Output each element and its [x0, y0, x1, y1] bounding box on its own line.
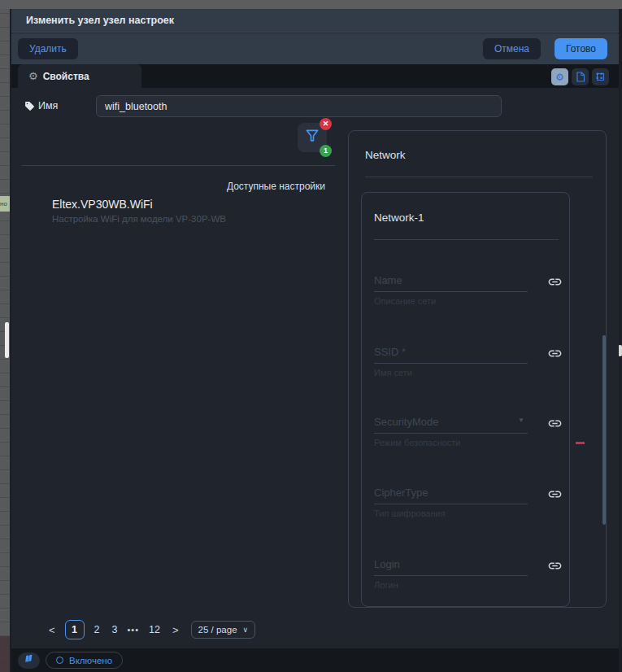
name-input[interactable] [96, 95, 502, 117]
tab-actions: ⚙ [551, 68, 609, 85]
chevron-down-icon: ▼ [518, 417, 524, 424]
name-setting-input[interactable]: Name [374, 273, 528, 292]
field-hint: Тип шифрования [374, 508, 569, 518]
network-panel-divider [365, 177, 593, 177]
pagination-prev[interactable]: < [46, 624, 58, 636]
chain-link-icon[interactable] [547, 487, 563, 503]
list-divider [22, 165, 335, 166]
document-icon [576, 72, 585, 82]
chain-link-icon[interactable] [547, 416, 563, 432]
modal-header: Изменить узел узел настроек [11, 9, 619, 33]
pagination-page-3[interactable]: 3 [110, 624, 120, 635]
pink-marker [576, 442, 585, 444]
field-ssid: SSID * Имя сети [374, 344, 569, 377]
tab-bar: ⚙ Свойства ⚙ [11, 64, 619, 88]
pagination-page-1[interactable]: 1 [65, 620, 85, 639]
list-item[interactable]: Eltex.VP30WB.WiFi Настройка WiFi для мод… [52, 198, 328, 224]
network-1-divider [374, 239, 559, 240]
field-label: SSID * [374, 346, 406, 358]
filter-button[interactable]: ✕ 1 [298, 123, 327, 152]
status-bar: Включено [11, 648, 619, 672]
filter-count-badge: 1 [320, 145, 332, 157]
circle-icon [56, 657, 63, 664]
frame-view-button[interactable] [592, 68, 609, 85]
funnel-icon [304, 128, 320, 147]
pagination-page-12[interactable]: 12 [146, 624, 163, 635]
modal-body: Имя ✕ 1 Доступные настройки Eltex.VP30WB… [11, 88, 619, 648]
list-item-title: Eltex.VP30WB.WiFi [52, 198, 328, 211]
pagination-next[interactable]: > [170, 624, 181, 636]
chain-link-icon[interactable] [547, 274, 563, 290]
field-hint: Имя сети [374, 368, 569, 377]
cipher-type-input[interactable]: CipherType [374, 485, 528, 504]
modal-toolbar: Удалить Отмена Готово [11, 33, 619, 64]
modal-title: Изменить узел узел настроек [11, 9, 619, 33]
network-1-card: Network-1 Name Описание сети SSID * Имя [361, 192, 570, 607]
panel-scrollbar-thumb[interactable] [602, 335, 606, 525]
pagination-ellipsis[interactable]: ••• [128, 625, 140, 635]
done-button[interactable]: Готово [555, 38, 607, 59]
left-scrollbar-thumb[interactable] [5, 322, 9, 358]
available-settings-header: Доступные настройки [22, 181, 325, 192]
background-top-strip [0, 0, 622, 9]
field-security-mode: SecurityMode ▼ Режим безопасности [374, 414, 569, 447]
gear-icon: ⚙ [28, 71, 38, 81]
filter-clear-badge[interactable]: ✕ [320, 118, 332, 130]
chevron-down-icon: ∨ [243, 626, 249, 634]
field-label: Login [374, 558, 400, 570]
name-field-label: Имя [38, 100, 58, 111]
page-size-value: 25 / page [198, 625, 237, 635]
field-label: SecurityMode [374, 416, 438, 428]
settings-view-button[interactable]: ⚙ [551, 68, 568, 85]
field-hint: Логин [374, 580, 569, 590]
field-name: Name Описание сети [374, 273, 569, 306]
field-cipher-type: CipherType Тип шифрования [374, 485, 569, 518]
field-login: Login Логин [374, 556, 569, 590]
chain-link-icon[interactable] [547, 558, 563, 574]
gear-icon: ⚙ [555, 72, 564, 82]
document-view-button[interactable] [572, 68, 589, 85]
field-hint: Описание сети [374, 296, 569, 306]
tag-icon [24, 100, 35, 111]
ssid-setting-input[interactable]: SSID * [374, 344, 528, 364]
list-item-subtitle: Настройка WiFi для модели VP-30P-WB [52, 214, 328, 224]
tab-properties-label: Свойства [43, 71, 89, 82]
log-button[interactable] [18, 652, 40, 669]
background-row-fragment-dark [0, 636, 10, 672]
book-icon [24, 654, 34, 666]
network-panel-title: Network [365, 149, 406, 161]
frame-icon [595, 72, 606, 82]
login-setting-input[interactable]: Login [374, 556, 528, 576]
edit-node-modal: Изменить узел узел настроек Удалить Отме… [11, 9, 619, 672]
field-label: CipherType [374, 487, 428, 499]
field-label: Name [374, 274, 402, 286]
security-mode-select[interactable]: SecurityMode ▼ [374, 414, 528, 434]
cancel-button[interactable]: Отмена [483, 38, 541, 59]
field-hint: Режим безопасности [374, 438, 569, 447]
network-panel: Network Network-1 Name Описание сети [348, 130, 607, 608]
pagination: < 1 2 3 ••• 12 > 25 / page ∨ [46, 620, 255, 639]
page-size-select[interactable]: 25 / page ∨ [191, 621, 256, 639]
enabled-label: Включено [69, 656, 112, 665]
tab-properties[interactable]: ⚙ Свойства [18, 64, 141, 88]
background-row-fragment: но [0, 196, 10, 212]
enabled-toggle[interactable]: Включено [46, 652, 123, 669]
network-1-title: Network-1 [374, 212, 424, 224]
delete-button[interactable]: Удалить [18, 38, 78, 59]
pagination-page-2[interactable]: 2 [92, 624, 102, 635]
chain-link-icon[interactable] [547, 346, 563, 362]
